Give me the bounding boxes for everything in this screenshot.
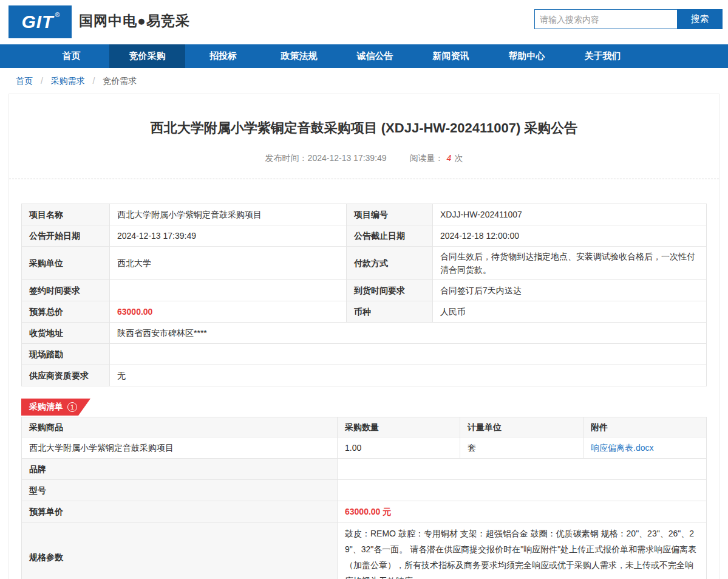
info-value: 2024-12-13 17:39:49: [110, 225, 347, 247]
table-row: 型号: [22, 480, 707, 501]
info-label: 公告截止日期: [347, 225, 433, 247]
breadcrumb: 首页 / 采购需求 / 竞价需求: [0, 68, 728, 94]
table-row: 签约时间要求 到货时间要求 合同签订后7天内送达: [22, 280, 707, 301]
registered-trademark-icon: ®: [55, 11, 60, 18]
search-input[interactable]: [534, 9, 677, 29]
breadcrumb-link-home[interactable]: 首页: [16, 76, 33, 86]
purchase-list-badge: 采购清单 1: [21, 399, 90, 416]
views-unit: 次: [454, 153, 463, 163]
logo-text: GIT: [21, 12, 53, 32]
purchase-list-badge-label: 采购清单: [29, 402, 63, 413]
product-unit: 套: [460, 437, 583, 459]
site-name: 国网中电●易竞采: [79, 12, 190, 30]
notice-card: 西北大学附属小学紫铜定音鼓采购项目 (XDJJ-HW-202411007) 采购…: [9, 94, 719, 579]
info-value: 2024-12-18 12:00:00: [433, 225, 707, 247]
breadcrumb-current: 竞价需求: [103, 76, 137, 86]
notice-meta: 发布时间：2024-12-13 17:39:49阅读量：4次: [9, 153, 719, 164]
budget-unit-price: 63000.00 元: [338, 501, 707, 522]
views-label: 阅读量：: [410, 153, 444, 163]
table-row: 品牌: [22, 459, 707, 480]
breadcrumb-separator: /: [41, 76, 43, 86]
table-row: 项目名称 西北大学附属小学紫铜定音鼓采购项目 项目编号 XDJJ-HW-2024…: [22, 204, 707, 225]
table-row: 西北大学附属小学紫铜定音鼓采购项目 1.00 套 响应偏离表.docx: [22, 437, 707, 459]
table-row: 规格参数 鼓皮：REMO 鼓腔：专用铜材 支架：超强铝合金 鼓圈：优质碳素钢 规…: [22, 522, 707, 579]
nav-item-tender[interactable]: 招投标: [185, 44, 261, 68]
top-bar: GIT ® 国网中电●易竞采 搜索: [0, 0, 728, 44]
spec-params-value: 鼓皮：REMO 鼓腔：专用铜材 支架：超强铝合金 鼓圈：优质碳素钢 规格：20"…: [338, 522, 707, 579]
nav-item-policy[interactable]: 政策法规: [261, 44, 337, 68]
publish-time-value: 2024-12-13 17:39:49: [308, 153, 387, 163]
info-label: 到货时间要求: [347, 280, 433, 301]
table-row: 收货地址 陕西省西安市碑林区****: [22, 323, 707, 344]
nav-item-help[interactable]: 帮助中心: [489, 44, 565, 68]
breadcrumb-separator: /: [93, 76, 95, 86]
nav-item-home[interactable]: 首页: [33, 44, 109, 68]
column-header-attachment: 附件: [583, 417, 707, 437]
detail-value: [338, 459, 707, 480]
detail-label: 品牌: [22, 459, 338, 480]
views-count: 4: [447, 153, 452, 163]
info-value: [110, 280, 347, 301]
table-row: 预算总价 63000.00 币种 人民币: [22, 301, 707, 323]
info-label: 预算总价: [22, 301, 110, 323]
info-value: 合同生效后，待货物到达指定地点、安装调试验收合格后，一次性付清合同货款。: [433, 247, 707, 280]
info-label: 项目名称: [22, 204, 110, 225]
table-row: 现场踏勘: [22, 344, 707, 365]
info-label: 币种: [347, 301, 433, 323]
info-value: XDJJ-HW-202411007: [433, 204, 707, 225]
info-value: 西北大学附属小学紫铜定音鼓采购项目: [110, 204, 347, 225]
search-bar: 搜索: [534, 9, 723, 29]
column-header-product: 采购商品: [22, 417, 338, 437]
column-header-unit: 计量单位: [460, 417, 583, 437]
info-label: 供应商资质要求: [22, 365, 110, 386]
info-label: 项目编号: [347, 204, 433, 225]
project-info-table: 项目名称 西北大学附属小学紫铜定音鼓采购项目 项目编号 XDJJ-HW-2024…: [21, 204, 707, 386]
detail-value: [338, 480, 707, 501]
product-name: 西北大学附属小学紫铜定音鼓采购项目: [22, 437, 338, 459]
product-quantity: 1.00: [338, 437, 460, 459]
breadcrumb-link-purchase-demand[interactable]: 采购需求: [51, 76, 85, 86]
info-label: 公告开始日期: [22, 225, 110, 247]
info-value: 陕西省西安市碑林区****: [110, 323, 707, 344]
table-row: 采购单位 西北大学 付款方式 合同生效后，待货物到达指定地点、安装调试验收合格后…: [22, 247, 707, 280]
table-row: 供应商资质要求 无: [22, 365, 707, 386]
main-nav: 首页 竞价采购 招投标 政策法规 诚信公告 新闻资讯 帮助中心 关于我们: [0, 44, 728, 68]
info-label: 签约时间要求: [22, 280, 110, 301]
purchase-list-table: 采购商品 采购数量 计量单位 附件 西北大学附属小学紫铜定音鼓采购项目 1.00…: [21, 417, 707, 579]
column-header-quantity: 采购数量: [338, 417, 460, 437]
detail-label: 规格参数: [22, 522, 338, 579]
info-label: 现场踏勘: [22, 344, 110, 365]
detail-label: 型号: [22, 480, 338, 501]
info-label: 付款方式: [347, 247, 433, 280]
info-value: 西北大学: [110, 247, 347, 280]
attachment-link[interactable]: 响应偏离表.docx: [591, 443, 653, 453]
nav-item-news[interactable]: 新闻资讯: [413, 44, 489, 68]
info-value: 无: [110, 365, 707, 386]
purchase-list-count-badge: 1: [67, 402, 77, 412]
nav-item-bidding-purchase[interactable]: 竞价采购: [109, 44, 185, 68]
site-logo[interactable]: GIT ®: [9, 5, 72, 38]
info-value: 合同签订后7天内送达: [433, 280, 707, 301]
page-title: 西北大学附属小学紫铜定音鼓采购项目 (XDJJ-HW-202411007) 采购…: [27, 119, 701, 137]
nav-item-integrity[interactable]: 诚信公告: [337, 44, 413, 68]
info-value: [110, 344, 707, 365]
table-row: 公告开始日期 2024-12-13 17:39:49 公告截止日期 2024-1…: [22, 225, 707, 247]
publish-time-label: 发布时间：: [265, 153, 308, 163]
detail-label: 预算单价: [22, 501, 338, 522]
dashed-divider: [9, 179, 719, 179]
table-header-row: 采购商品 采购数量 计量单位 附件: [22, 417, 707, 437]
budget-total-price: 63000.00: [110, 301, 347, 323]
info-label: 收货地址: [22, 323, 110, 344]
table-row: 预算单价 63000.00 元: [22, 501, 707, 522]
nav-item-about[interactable]: 关于我们: [565, 44, 641, 68]
info-value: 人民币: [433, 301, 707, 323]
search-button[interactable]: 搜索: [677, 9, 723, 29]
info-label: 采购单位: [22, 247, 110, 280]
